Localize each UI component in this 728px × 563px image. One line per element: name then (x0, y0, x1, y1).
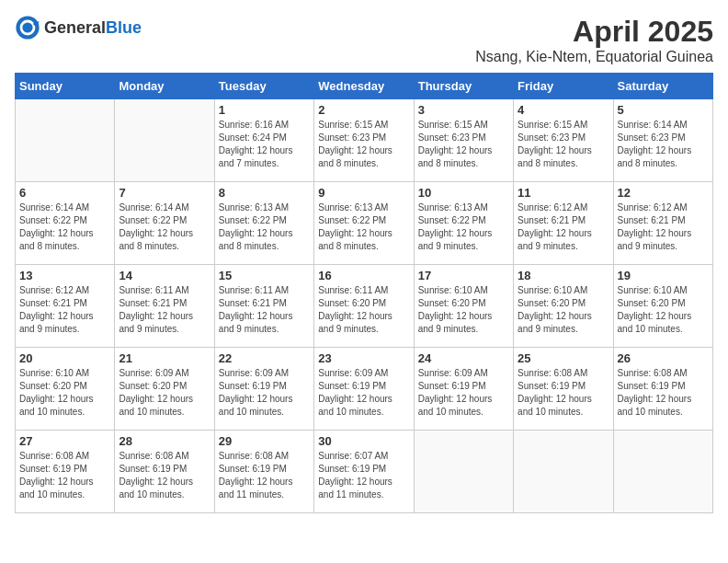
calendar-day-cell: 11Sunrise: 6:12 AM Sunset: 6:21 PM Dayli… (514, 182, 613, 265)
day-detail: Sunrise: 6:11 AM Sunset: 6:21 PM Dayligh… (219, 284, 310, 336)
day-number: 19 (618, 269, 709, 282)
day-detail: Sunrise: 6:11 AM Sunset: 6:20 PM Dayligh… (318, 284, 409, 336)
day-number: 12 (618, 186, 709, 200)
day-detail: Sunrise: 6:12 AM Sunset: 6:21 PM Dayligh… (518, 201, 609, 253)
calendar-day-cell: 20Sunrise: 6:10 AM Sunset: 6:20 PM Dayli… (16, 348, 115, 431)
day-detail: Sunrise: 6:16 AM Sunset: 6:24 PM Dayligh… (219, 119, 310, 170)
calendar-day-cell: 13Sunrise: 6:12 AM Sunset: 6:21 PM Dayli… (16, 265, 115, 348)
calendar-day-cell: 10Sunrise: 6:13 AM Sunset: 6:22 PM Dayli… (414, 182, 513, 265)
calendar-day-cell: 8Sunrise: 6:13 AM Sunset: 6:22 PM Daylig… (214, 182, 313, 265)
calendar-day-cell: 7Sunrise: 6:14 AM Sunset: 6:22 PM Daylig… (115, 182, 214, 265)
day-number: 16 (318, 269, 409, 282)
day-detail: Sunrise: 6:09 AM Sunset: 6:19 PM Dayligh… (318, 367, 409, 419)
day-number: 21 (119, 351, 210, 365)
calendar-day-cell: 5Sunrise: 6:14 AM Sunset: 6:23 PM Daylig… (613, 99, 712, 182)
day-of-week-header: Sunday (16, 74, 115, 99)
day-number: 28 (119, 434, 210, 448)
day-detail: Sunrise: 6:12 AM Sunset: 6:21 PM Dayligh… (19, 284, 110, 336)
day-number: 10 (418, 186, 509, 200)
day-number: 2 (318, 103, 409, 117)
day-detail: Sunrise: 6:09 AM Sunset: 6:19 PM Dayligh… (418, 367, 509, 419)
day-detail: Sunrise: 6:08 AM Sunset: 6:19 PM Dayligh… (219, 450, 310, 501)
calendar-day-cell (414, 431, 513, 513)
title-area: April 2025 Nsang, Kie-Ntem, Equatorial G… (475, 15, 713, 65)
day-detail: Sunrise: 6:15 AM Sunset: 6:23 PM Dayligh… (418, 119, 509, 170)
day-of-week-header: Monday (115, 74, 214, 99)
day-detail: Sunrise: 6:13 AM Sunset: 6:22 PM Dayligh… (318, 201, 409, 253)
day-detail: Sunrise: 6:13 AM Sunset: 6:22 PM Dayligh… (219, 201, 310, 253)
day-detail: Sunrise: 6:08 AM Sunset: 6:19 PM Dayligh… (119, 450, 210, 501)
calendar-day-cell: 22Sunrise: 6:09 AM Sunset: 6:19 PM Dayli… (214, 348, 313, 431)
calendar-day-cell: 12Sunrise: 6:12 AM Sunset: 6:21 PM Dayli… (613, 182, 712, 265)
calendar-day-cell: 19Sunrise: 6:10 AM Sunset: 6:20 PM Dayli… (613, 265, 712, 348)
header: GeneralBlue April 2025 Nsang, Kie-Ntem, … (15, 15, 713, 65)
day-detail: Sunrise: 6:14 AM Sunset: 6:22 PM Dayligh… (19, 201, 110, 253)
calendar-day-cell (514, 431, 613, 513)
logo-icon (15, 15, 40, 40)
day-of-week-header: Thursday (414, 74, 513, 99)
day-of-week-header: Tuesday (214, 74, 313, 99)
calendar-table: SundayMondayTuesdayWednesdayThursdayFrid… (15, 73, 713, 513)
svg-point-2 (22, 22, 32, 32)
calendar-day-cell: 1Sunrise: 6:16 AM Sunset: 6:24 PM Daylig… (214, 99, 313, 182)
day-detail: Sunrise: 6:11 AM Sunset: 6:21 PM Dayligh… (119, 284, 210, 336)
calendar-day-cell: 27Sunrise: 6:08 AM Sunset: 6:19 PM Dayli… (16, 431, 115, 513)
calendar-day-cell (16, 99, 115, 182)
calendar-day-cell: 23Sunrise: 6:09 AM Sunset: 6:19 PM Dayli… (314, 348, 414, 431)
day-detail: Sunrise: 6:09 AM Sunset: 6:20 PM Dayligh… (119, 367, 210, 419)
day-number: 24 (418, 351, 509, 365)
day-number: 13 (19, 269, 110, 282)
calendar-day-cell: 3Sunrise: 6:15 AM Sunset: 6:23 PM Daylig… (414, 99, 513, 182)
day-number: 26 (618, 351, 709, 365)
day-number: 9 (318, 186, 409, 200)
day-detail: Sunrise: 6:09 AM Sunset: 6:19 PM Dayligh… (219, 367, 310, 419)
calendar-day-cell: 21Sunrise: 6:09 AM Sunset: 6:20 PM Dayli… (115, 348, 214, 431)
day-number: 4 (518, 103, 609, 117)
day-number: 11 (518, 186, 609, 200)
calendar-day-cell: 6Sunrise: 6:14 AM Sunset: 6:22 PM Daylig… (16, 182, 115, 265)
day-detail: Sunrise: 6:10 AM Sunset: 6:20 PM Dayligh… (418, 284, 509, 336)
day-detail: Sunrise: 6:10 AM Sunset: 6:20 PM Dayligh… (518, 284, 609, 336)
day-of-week-header: Friday (514, 74, 613, 99)
day-number: 5 (618, 103, 709, 117)
logo-general-text: General (44, 18, 106, 37)
calendar-week-row: 13Sunrise: 6:12 AM Sunset: 6:21 PM Dayli… (16, 265, 713, 348)
calendar-day-cell: 2Sunrise: 6:15 AM Sunset: 6:23 PM Daylig… (314, 99, 414, 182)
day-number: 6 (19, 186, 110, 200)
calendar-day-cell: 30Sunrise: 6:07 AM Sunset: 6:19 PM Dayli… (314, 431, 414, 513)
calendar-day-cell: 18Sunrise: 6:10 AM Sunset: 6:20 PM Dayli… (514, 265, 613, 348)
day-number: 14 (119, 269, 210, 282)
day-detail: Sunrise: 6:08 AM Sunset: 6:19 PM Dayligh… (618, 367, 709, 419)
day-number: 29 (219, 434, 310, 448)
calendar-day-cell: 4Sunrise: 6:15 AM Sunset: 6:23 PM Daylig… (514, 99, 613, 182)
day-number: 15 (219, 269, 310, 282)
calendar-day-cell: 28Sunrise: 6:08 AM Sunset: 6:19 PM Dayli… (115, 431, 214, 513)
calendar-day-cell (115, 99, 214, 182)
day-detail: Sunrise: 6:10 AM Sunset: 6:20 PM Dayligh… (618, 284, 709, 336)
day-number: 23 (318, 351, 409, 365)
day-detail: Sunrise: 6:12 AM Sunset: 6:21 PM Dayligh… (618, 201, 709, 253)
calendar-week-row: 20Sunrise: 6:10 AM Sunset: 6:20 PM Dayli… (16, 348, 713, 431)
day-number: 7 (119, 186, 210, 200)
calendar-header-row: SundayMondayTuesdayWednesdayThursdayFrid… (16, 74, 713, 99)
day-detail: Sunrise: 6:14 AM Sunset: 6:23 PM Dayligh… (618, 119, 709, 170)
calendar-day-cell: 14Sunrise: 6:11 AM Sunset: 6:21 PM Dayli… (115, 265, 214, 348)
calendar-day-cell: 25Sunrise: 6:08 AM Sunset: 6:19 PM Dayli… (514, 348, 613, 431)
location-title: Nsang, Kie-Ntem, Equatorial Guinea (475, 49, 713, 65)
day-number: 3 (418, 103, 509, 117)
day-detail: Sunrise: 6:14 AM Sunset: 6:22 PM Dayligh… (119, 201, 210, 253)
day-of-week-header: Wednesday (314, 74, 414, 99)
calendar-day-cell: 9Sunrise: 6:13 AM Sunset: 6:22 PM Daylig… (314, 182, 414, 265)
day-number: 22 (219, 351, 310, 365)
day-detail: Sunrise: 6:13 AM Sunset: 6:22 PM Dayligh… (418, 201, 509, 253)
logo-blue-text: Blue (106, 18, 142, 37)
calendar-day-cell: 17Sunrise: 6:10 AM Sunset: 6:20 PM Dayli… (414, 265, 513, 348)
calendar-day-cell: 24Sunrise: 6:09 AM Sunset: 6:19 PM Dayli… (414, 348, 513, 431)
calendar-day-cell: 16Sunrise: 6:11 AM Sunset: 6:20 PM Dayli… (314, 265, 414, 348)
logo: GeneralBlue (15, 15, 142, 40)
day-of-week-header: Saturday (613, 74, 712, 99)
calendar-day-cell: 29Sunrise: 6:08 AM Sunset: 6:19 PM Dayli… (214, 431, 313, 513)
day-number: 27 (19, 434, 110, 448)
day-detail: Sunrise: 6:15 AM Sunset: 6:23 PM Dayligh… (318, 119, 409, 170)
calendar-week-row: 1Sunrise: 6:16 AM Sunset: 6:24 PM Daylig… (16, 99, 713, 182)
